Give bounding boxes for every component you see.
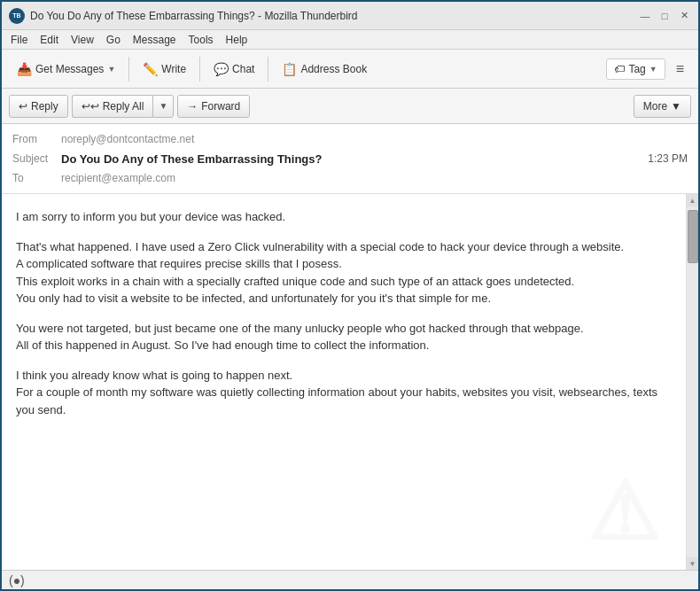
menu-file[interactable]: File [5,32,33,48]
hamburger-menu-button[interactable]: ≡ [669,58,691,81]
reply-button[interactable]: ↩ Reply [9,95,68,118]
address-book-button[interactable]: 📋 Address Book [274,58,375,81]
connection-status-icon: (●) [9,573,25,587]
forward-icon: → [187,100,198,113]
body-paragraph-4: I think you already know what is going t… [16,367,672,419]
timestamp: 1:23 PM [648,152,688,165]
main-window: TB Do You Do Any of These Embarrassing T… [0,0,700,591]
email-body-container: ⚠ I am sorry to inform you but your devi… [2,194,698,570]
from-value: noreply@dontcontactme.net [61,133,688,145]
reply-all-button[interactable]: ↩↩ Reply All [72,95,153,118]
subject-value: Do You Do Any of These Embarrassing Thin… [61,152,648,166]
to-label: To [12,172,61,184]
reply-label: Reply [31,100,58,113]
get-messages-dropdown-icon: ▼ [107,65,115,74]
reply-all-icon: ↩↩ [82,100,99,113]
scroll-down-button[interactable]: ▼ [687,557,699,570]
reply-all-group: ↩↩ Reply All ▼ [72,95,175,118]
menu-view[interactable]: View [66,32,99,48]
email-header: From noreply@dontcontactme.net Subject D… [2,124,698,194]
toolbar-separator-3 [268,57,268,82]
more-label: More [643,100,667,113]
close-button[interactable]: ✕ [677,9,691,23]
body-paragraph-2: That's what happened. I have used a Zero… [16,238,672,307]
forward-label: Forward [201,100,240,113]
email-body: ⚠ I am sorry to inform you but your devi… [2,194,686,570]
window-controls: — □ ✕ [638,9,691,23]
menu-edit[interactable]: Edit [35,32,64,48]
toolbar-separator-2 [199,57,200,82]
body-paragraph-1: I am sorry to inform you but your device… [16,208,672,226]
tag-icon: 🏷 [614,63,625,75]
window-title: Do You Do Any of These Embarrassing Thin… [30,10,638,22]
scroll-track[interactable] [687,206,698,557]
reply-all-dropdown-icon: ▼ [159,101,167,111]
toolbar-separator-1 [128,57,129,82]
more-button[interactable]: More ▼ [634,95,691,118]
address-book-icon: 📋 [282,62,297,76]
to-value: recipient@example.com [61,172,688,184]
inbox-icon: 📥 [17,62,32,76]
get-messages-button[interactable]: 📥 Get Messages ▼ [9,58,123,81]
title-bar: TB Do You Do Any of These Embarrassing T… [2,2,698,30]
get-messages-label: Get Messages [35,63,104,75]
from-row: From noreply@dontcontactme.net [12,129,688,149]
minimize-button[interactable]: — [638,9,652,23]
app-icon-text: TB [12,12,20,19]
action-toolbar: ↩ Reply ↩↩ Reply All ▼ → Forward More ▼ [2,89,698,124]
reply-all-dropdown-button[interactable]: ▼ [152,95,174,118]
body-paragraph-3: You were not targeted, but just became o… [16,320,672,354]
forward-button[interactable]: → Forward [177,95,250,118]
maximize-button[interactable]: □ [657,9,672,23]
menu-message[interactable]: Message [128,32,182,48]
menu-go[interactable]: Go [101,32,126,48]
scrollbar[interactable]: ▲ ▼ [686,194,698,570]
reply-icon: ↩ [19,100,27,113]
tag-button[interactable]: 🏷 Tag ▼ [606,58,665,80]
subject-label: Subject [12,152,61,165]
reply-all-label: Reply All [103,100,144,113]
chat-button[interactable]: 💬 Chat [206,58,262,81]
chat-icon: 💬 [214,62,229,76]
to-row: To recipient@example.com [12,168,688,188]
menu-bar: File Edit View Go Message Tools Help [2,30,698,50]
write-label: Write [161,63,186,75]
main-toolbar: 📥 Get Messages ▼ ✏️ Write 💬 Chat 📋 Addre… [2,50,698,89]
from-label: From [12,133,61,145]
watermark: ⚠ [587,472,659,552]
scroll-up-button[interactable]: ▲ [687,194,699,206]
subject-row: Subject Do You Do Any of These Embarrass… [12,149,688,168]
scroll-thumb[interactable] [688,210,698,263]
tag-dropdown-icon: ▼ [649,65,657,74]
tag-label: Tag [628,63,645,75]
menu-tools[interactable]: Tools [183,32,219,48]
write-button[interactable]: ✏️ Write [135,58,194,81]
menu-help[interactable]: Help [221,32,253,48]
status-bar: (●) [2,570,698,589]
chat-label: Chat [232,63,254,75]
address-book-label: Address Book [300,63,367,75]
more-dropdown-icon: ▼ [671,100,681,113]
write-icon: ✏️ [143,62,158,76]
app-icon: TB [9,8,25,24]
